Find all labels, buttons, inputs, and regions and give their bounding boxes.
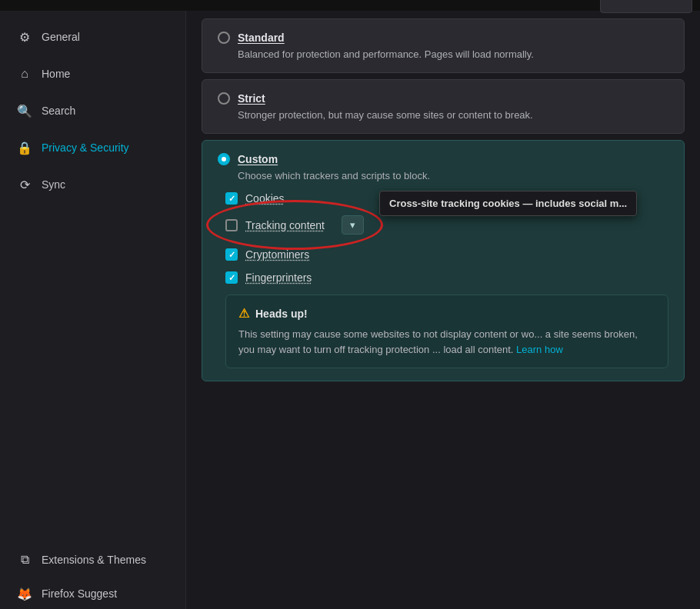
standard-title: Standard (238, 32, 285, 44)
sidebar-item-general-label: General (42, 31, 80, 43)
custom-radio[interactable] (218, 153, 230, 165)
fingerprinters-row: ✓ Fingerprinters (225, 271, 668, 284)
tooltip-text: Cross-site tracking cookies — includes s… (389, 198, 627, 209)
sidebar-item-search[interactable]: 🔍 Search (5, 94, 181, 128)
strict-title: Strict (238, 92, 265, 105)
custom-option-card: Custom Choose which trackers and scripts… (202, 140, 685, 381)
search-bar-top[interactable] (600, 0, 692, 13)
sidebar-item-extensions[interactable]: ⧉ Extensions & Themes (5, 543, 181, 574)
cookies-label: Cookies (245, 192, 285, 205)
sidebar-item-home[interactable]: ⌂ Home (5, 57, 181, 91)
tracking-checkbox[interactable] (225, 219, 238, 231)
strict-description: Stronger protection, but may cause some … (238, 109, 668, 121)
warning-icon: ⚠ (238, 306, 249, 321)
learn-how-link[interactable]: Learn how (516, 344, 563, 355)
home-icon: ⌂ (17, 66, 32, 82)
cryptominers-checkbox[interactable]: ✓ (225, 248, 238, 261)
sidebar: ⚙ General ⌂ Home 🔍 Search 🔒 Privacy & Se… (0, 11, 186, 609)
fingerprinters-checkbox[interactable]: ✓ (225, 271, 238, 284)
checkmark-icon-3: ✓ (228, 273, 235, 283)
lock-icon: 🔒 (17, 140, 32, 155)
heads-up-description: This setting may cause some websites to … (238, 327, 655, 357)
strict-radio[interactable] (218, 92, 230, 105)
sidebar-item-general[interactable]: ⚙ General (5, 20, 181, 54)
strict-header: Strict (218, 92, 668, 105)
sidebar-item-sync-label: Sync (42, 178, 65, 191)
extensions-icon: ⧉ (17, 552, 32, 567)
fingerprinters-label: Fingerprinters (245, 271, 312, 284)
sidebar-item-firefox[interactable]: 🦊 Firefox Suggest (5, 577, 181, 607)
sidebar-item-firefox-label: Firefox Suggest (42, 587, 117, 600)
strict-option-card: Strict Stronger protection, but may caus… (202, 79, 685, 134)
cookies-checkbox[interactable]: ✓ (225, 192, 238, 205)
sidebar-item-search-label: Search (42, 105, 75, 117)
cookies-tooltip: Cross-site tracking cookies — includes s… (379, 191, 637, 216)
sidebar-item-sync[interactable]: ⟳ Sync (5, 168, 181, 201)
checkmark-icon: ✓ (228, 194, 235, 204)
sidebar-item-privacy-label: Privacy & Security (42, 141, 129, 154)
standard-option-card: Standard Balanced for protection and per… (202, 18, 685, 73)
gear-icon: ⚙ (17, 29, 32, 45)
custom-title: Custom (238, 153, 278, 165)
main-content: Standard Balanced for protection and per… (186, 11, 700, 609)
heads-up-title: ⚠ Heads up! (238, 306, 655, 321)
checkmark-icon-2: ✓ (228, 250, 235, 260)
tracking-label: Tracking content (245, 219, 325, 231)
custom-description: Choose which trackers and scripts to blo… (238, 170, 668, 181)
standard-radio[interactable] (218, 32, 230, 44)
standard-description: Balanced for protection and performance.… (238, 48, 668, 60)
sidebar-item-home-label: Home (42, 68, 70, 80)
custom-header: Custom (218, 153, 668, 165)
heads-up-box: ⚠ Heads up! This setting may cause some … (225, 295, 668, 368)
heads-up-title-text: Heads up! (255, 308, 308, 320)
cryptominers-label: Cryptominers (245, 248, 309, 261)
dropdown-label: ▾ (350, 219, 355, 231)
cryptominers-row: ✓ Cryptominers (225, 248, 668, 261)
tracking-row: Tracking content ▾ (225, 215, 668, 235)
sidebar-item-privacy[interactable]: 🔒 Privacy & Security (5, 131, 181, 165)
firefox-icon: 🦊 (17, 586, 32, 601)
custom-options: ✓ Cookies Cross-site tracking cookies — … (225, 192, 668, 368)
search-icon: 🔍 (17, 103, 32, 118)
sidebar-item-extensions-label: Extensions & Themes (42, 554, 146, 566)
sync-icon: ⟳ (17, 177, 32, 192)
tracking-dropdown[interactable]: ▾ (342, 215, 364, 235)
standard-header: Standard (218, 32, 668, 44)
cookies-row: ✓ Cookies Cross-site tracking cookies — … (225, 192, 668, 205)
